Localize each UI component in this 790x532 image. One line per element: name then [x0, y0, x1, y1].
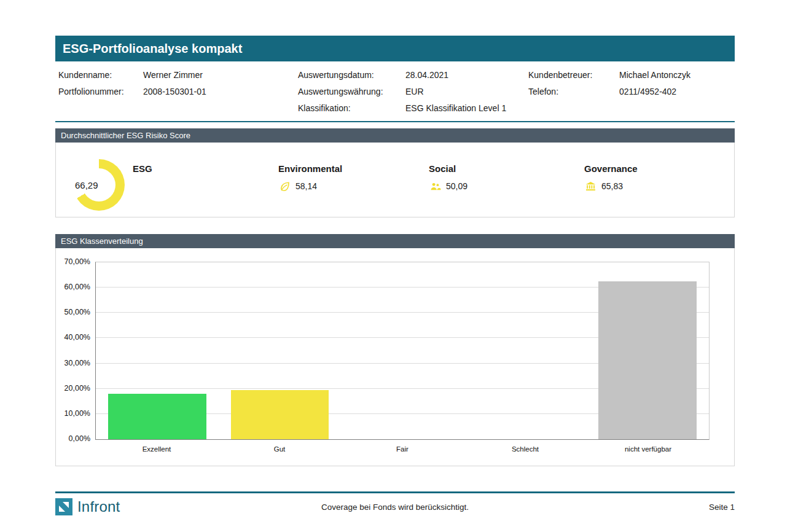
bars — [96, 262, 709, 439]
footer-note: Coverage bei Fonds wird berücksichtigt. — [55, 503, 735, 512]
y-tick-label: 20,00% — [65, 384, 90, 393]
esg-score-panel: 66,29 ESG Environmental 58,14 Social — [55, 143, 735, 217]
y-tick-label: 70,00% — [65, 257, 90, 266]
spacer — [528, 100, 619, 117]
klassifikation-label: Klassifikation: — [298, 100, 405, 117]
spacer — [58, 100, 143, 117]
y-tick-label: 60,00% — [65, 283, 90, 291]
footer: Infront Coverage bei Fonds wird berücksi… — [55, 491, 735, 515]
leaf-icon — [278, 180, 291, 192]
governance-value-row: 65,83 — [584, 180, 638, 192]
esg-score-section-title: Durchschnittlicher ESG Risiko Score — [61, 131, 190, 140]
category-label: Exzellent — [95, 445, 218, 453]
report-page: ESG-Portfolioanalyse kompakt Kundenname:… — [55, 36, 735, 466]
report-title-bar: ESG-Portfolioanalyse kompakt — [55, 36, 735, 61]
auswertungswaehrung-value: EUR — [405, 84, 528, 100]
divider-rule — [55, 121, 735, 122]
brand-name: Infront — [77, 498, 120, 515]
kundenbetreuer-label: Kundenbetreuer: — [528, 67, 619, 84]
footer-rule — [55, 491, 735, 493]
environmental-value: 58,14 — [295, 181, 317, 191]
portfolio-info: Kundenname: Werner Zimmer Auswertungsdat… — [58, 67, 735, 117]
chart-container: 70,00%60,00%50,00%40,00%30,00%20,00%10,0… — [55, 248, 735, 466]
category-label: Fair — [341, 445, 464, 453]
spacer — [619, 100, 735, 117]
chart-section-header: ESG Klassenverteilung — [55, 234, 735, 248]
y-tick-label: 40,00% — [65, 333, 90, 342]
spacer — [143, 100, 298, 117]
bar — [108, 394, 206, 439]
esg-score-value: 66,29 — [75, 180, 98, 190]
page-number: Seite 1 — [709, 503, 735, 512]
kundenbetreuer-value: Michael Antonczyk — [619, 67, 735, 84]
y-tick-label: 30,00% — [65, 359, 90, 367]
environmental-label: Environmental — [278, 163, 429, 174]
category-label: nicht verfügbar — [587, 445, 710, 453]
esg-class-distribution-section: ESG Klassenverteilung 70,00%60,00%50,00%… — [55, 234, 735, 466]
telefon-value: 0211/4952-402 — [619, 84, 735, 100]
klassifikation-value: ESG Klassifikation Level 1 — [405, 100, 528, 117]
auswertungsdatum-label: Auswertungsdatum: — [298, 67, 405, 84]
page-title: ESG-Portfolioanalyse kompakt — [63, 42, 242, 55]
category-axis: ExzellentGutFairSchlechtnicht verfügbar — [95, 445, 710, 453]
metric-governance: Governance 65,83 — [584, 158, 638, 192]
bar — [231, 390, 329, 439]
y-tick-label: 10,00% — [65, 409, 90, 418]
portfolionummer-value: 2008-150301-01 — [143, 84, 298, 100]
chart-section-title: ESG Klassenverteilung — [61, 237, 143, 246]
metric-social: Social 50,09 — [429, 158, 584, 192]
bar-column — [219, 262, 342, 439]
esg-label: ESG — [133, 158, 278, 174]
y-tick-label: 50,00% — [65, 308, 90, 316]
bar — [598, 281, 697, 439]
y-tick-label: 0,00% — [69, 434, 90, 443]
kundenname-value: Werner Zimmer — [143, 67, 298, 84]
metric-environmental: Environmental 58,14 — [278, 158, 429, 192]
bar-chart-plot: 70,00%60,00%50,00%40,00%30,00%20,00%10,0… — [95, 262, 710, 440]
bar-column — [586, 262, 709, 439]
bank-icon — [584, 180, 596, 192]
governance-label: Governance — [584, 163, 638, 174]
social-value: 50,09 — [446, 181, 467, 191]
people-icon — [429, 180, 441, 192]
social-value-row: 50,09 — [429, 180, 584, 192]
esg-score-section: Durchschnittlicher ESG Risiko Score 66,2… — [55, 128, 735, 217]
kundenname-label: Kundenname: — [58, 67, 143, 84]
auswertungsdatum-value: 28.04.2021 — [405, 67, 528, 84]
environmental-value-row: 58,14 — [278, 180, 429, 192]
bar-column — [464, 262, 587, 439]
bar-column — [341, 262, 464, 439]
infront-logo-icon — [55, 498, 72, 515]
portfolionummer-label: Portfolionummer: — [58, 84, 143, 100]
governance-value: 65,83 — [601, 181, 623, 191]
bar-column — [96, 262, 219, 439]
infront-brand: Infront — [55, 498, 120, 515]
category-label: Schlecht — [464, 445, 587, 453]
social-label: Social — [429, 163, 584, 174]
esg-score-gauge: 66,29 — [73, 159, 125, 211]
footer-row: Infront Coverage bei Fonds wird berücksi… — [55, 498, 735, 515]
auswertungswaehrung-label: Auswertungswährung: — [298, 84, 405, 100]
category-label: Gut — [218, 445, 341, 453]
esg-score-section-header: Durchschnittlicher ESG Risiko Score — [55, 128, 735, 143]
telefon-label: Telefon: — [528, 84, 619, 100]
